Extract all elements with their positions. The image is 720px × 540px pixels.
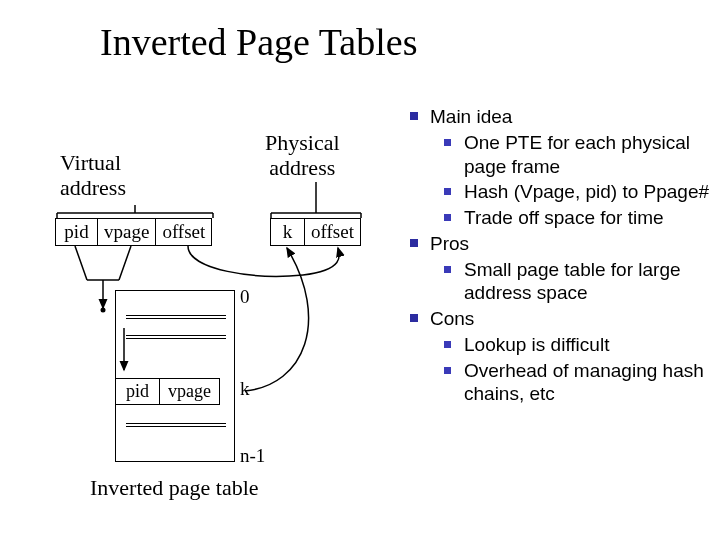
ipt-entry-slot	[126, 315, 226, 319]
svg-point-12	[101, 308, 106, 313]
ipt-index-k: k	[240, 378, 250, 400]
bullet-sub: Lookup is difficult	[444, 333, 715, 357]
pa-k-cell: k	[271, 219, 305, 246]
virtual-address-label: Virtualaddress	[60, 150, 126, 201]
ipt-entry-pid: pid	[116, 379, 160, 405]
virtual-address-tuple: pid vpage offset	[55, 218, 212, 246]
bullet-label: Main idea	[430, 106, 512, 127]
va-offset-cell: offset	[156, 219, 212, 246]
bullet-sub: One PTE for each physical page frame	[444, 131, 715, 179]
ipt-entry-vpage: vpage	[160, 379, 220, 405]
bullet-sub: Trade off space for time	[444, 206, 715, 230]
bullet-sub: Small page table for large address space	[444, 258, 715, 306]
bullet-label: Cons	[430, 308, 474, 329]
physical-address-label: Physicaladdress	[265, 130, 340, 181]
va-vpage-cell: vpage	[98, 219, 156, 246]
svg-line-8	[75, 246, 87, 280]
bullet-pros: Pros Small page table for large address …	[410, 232, 715, 305]
svg-line-9	[119, 246, 131, 280]
pa-offset-cell: offset	[305, 219, 361, 246]
bullet-panel: Main idea One PTE for each physical page…	[410, 105, 715, 408]
ipt-index-zero: 0	[240, 286, 250, 308]
slide-title: Inverted Page Tables	[100, 20, 417, 64]
bullet-cons: Cons Lookup is difficult Overhead of man…	[410, 307, 715, 406]
ipt-caption: Inverted page table	[90, 475, 259, 500]
bullet-sub: Hash (Vpage, pid) to Ppage#	[444, 180, 715, 204]
inverted-page-table-box	[115, 290, 235, 462]
bullet-label: Pros	[430, 233, 469, 254]
bullet-main-idea: Main idea One PTE for each physical page…	[410, 105, 715, 230]
ipt-entry-detail: pid vpage	[115, 378, 220, 405]
bullet-sub: Overhead of managing hash chains, etc	[444, 359, 715, 407]
va-pid-cell: pid	[56, 219, 98, 246]
physical-address-tuple: k offset	[270, 218, 361, 246]
ipt-entry-slot	[126, 423, 226, 427]
ipt-entry-slot	[126, 335, 226, 339]
diagram-area: Virtualaddress Physicaladdress pid vpage…	[55, 110, 400, 510]
ipt-index-n-minus-1: n-1	[240, 445, 265, 467]
